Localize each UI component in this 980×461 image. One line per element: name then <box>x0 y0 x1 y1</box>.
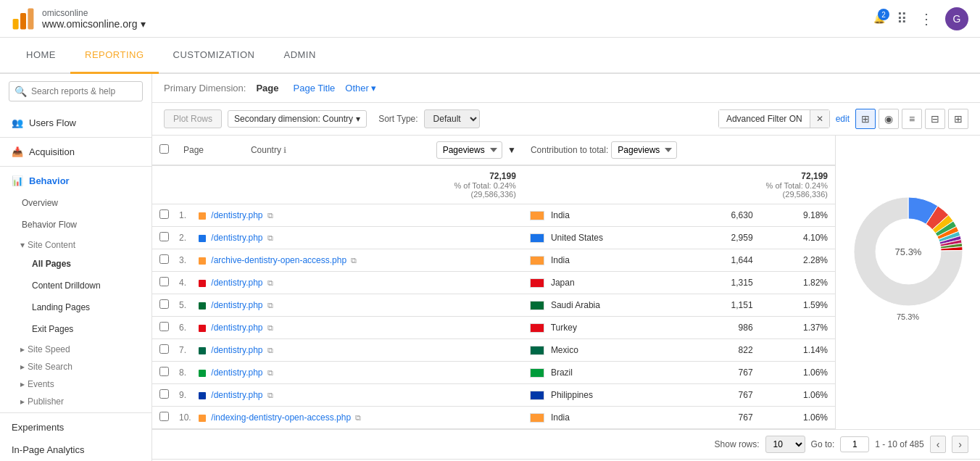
sidebar-item-users-flow[interactable]: 👥 Users Flow <box>0 112 151 134</box>
sidebar-item-behavior[interactable]: 📊 Behavior <box>0 170 151 192</box>
sidebar-item-exit-pages[interactable]: Exit Pages <box>0 318 151 340</box>
sidebar-item-content-drilldown[interactable]: Content Drilldown <box>0 275 151 296</box>
row-pageviews-cell: 767 <box>691 384 760 407</box>
view-icon-bar[interactable]: ≡ <box>902 109 922 129</box>
edit-link[interactable]: edit <box>836 114 850 124</box>
copy-icon[interactable]: ⧉ <box>267 301 273 310</box>
page-link[interactable]: /dentistry.php <box>211 367 262 378</box>
page-link[interactable]: /dentistry.php <box>211 323 262 333</box>
row-checkbox[interactable] <box>159 254 169 264</box>
copy-icon[interactable]: ⧉ <box>267 211 273 220</box>
row-checkbox[interactable] <box>159 299 169 309</box>
row-page-cell: /indexing-dentistry-open-access.php ⧉ <box>194 407 523 429</box>
row-checkbox[interactable] <box>159 277 169 286</box>
data-table-wrap: Page Country ℹ Pageviews <box>152 136 835 429</box>
sidebar-publisher-group[interactable]: Publisher <box>0 392 151 410</box>
row-checkbox[interactable] <box>159 209 169 219</box>
row-country-cell: Mexico <box>523 339 691 362</box>
row-country-cell: India <box>523 204 691 227</box>
show-rows-select[interactable]: 10 25 50 100 500 <box>765 436 805 453</box>
sidebar-events-group[interactable]: Events <box>0 375 151 392</box>
svg-rect-0 <box>13 19 19 29</box>
row-checkbox[interactable] <box>159 344 169 354</box>
col-header-pageviews[interactable]: Pageviews ▼ <box>341 136 523 165</box>
page-link[interactable]: /dentistry.php <box>211 278 262 288</box>
copy-icon[interactable]: ⧉ <box>267 278 273 287</box>
table-row: 1. /dentistry.php ⧉ India 6,630 9.18% <box>152 204 835 227</box>
sidebar-item-acquisition[interactable]: 📥 Acquisition <box>0 141 151 163</box>
row-checkbox[interactable] <box>159 389 169 399</box>
page-link[interactable]: /dentistry.php <box>211 390 262 400</box>
main-content: Primary Dimension: Page Page Title Other… <box>152 74 980 461</box>
next-page-button[interactable]: › <box>952 436 968 453</box>
ga-logo-icon <box>12 7 35 30</box>
copy-icon[interactable]: ⧉ <box>267 391 273 399</box>
dim-page-option[interactable]: Page <box>252 81 283 95</box>
copy-icon[interactable]: ⧉ <box>351 256 357 265</box>
sidebar-item-overview[interactable]: Overview <box>0 192 151 214</box>
dim-page-title-option[interactable]: Page Title <box>289 81 340 95</box>
copy-icon[interactable]: ⧉ <box>267 233 273 242</box>
prev-page-button[interactable]: ‹ <box>930 436 947 453</box>
row-country-cell: United States <box>523 227 691 249</box>
avatar[interactable]: G <box>945 7 968 30</box>
page-link[interactable]: /indexing-dentistry-open-access.php <box>211 412 351 423</box>
apps-grid-icon[interactable]: ⠿ <box>897 10 908 28</box>
page-link[interactable]: /archive-dentistry-open-access.php <box>211 255 346 265</box>
secondary-dim-select[interactable]: Secondary dimension: Country ▾ <box>228 110 367 128</box>
row-checkbox[interactable] <box>159 412 169 421</box>
plot-rows-button[interactable]: Plot Rows <box>164 109 222 128</box>
sidebar-item-behavior-flow[interactable]: Behavior Flow <box>0 214 151 236</box>
copy-icon[interactable]: ⧉ <box>355 413 361 422</box>
row-pageviews-cell: 822 <box>691 339 760 362</box>
row-checkbox[interactable] <box>159 322 169 331</box>
advanced-filter-close[interactable]: ✕ <box>810 110 829 128</box>
view-icon-table[interactable]: ⊞ <box>855 109 876 129</box>
sidebar-item-landing-pages[interactable]: Landing Pages <box>0 296 151 318</box>
view-icon-pivot[interactable]: ⊞ <box>948 109 968 129</box>
sort-type-select[interactable]: Default <box>424 109 480 128</box>
copy-icon[interactable]: ⧉ <box>267 368 273 377</box>
sidebar-item-experiments[interactable]: Experiments <box>0 416 151 439</box>
sidebar-site-search-group[interactable]: Site Search <box>0 357 151 375</box>
top-bar: omicsonline www.omicsonline.org ▾ 🔔 2 ⠿ … <box>0 0 980 38</box>
search-input[interactable] <box>9 81 143 101</box>
dim-other-option[interactable]: Other ▾ <box>345 83 376 94</box>
view-icon-pie[interactable]: ◉ <box>879 109 899 129</box>
goto-input[interactable] <box>840 436 869 452</box>
row-checkbox[interactable] <box>159 232 169 241</box>
nav-reporting[interactable]: REPORTING <box>70 38 159 74</box>
sidebar-item-in-page[interactable]: In-Page Analytics <box>0 439 151 461</box>
row-num-cell: 5. <box>176 294 194 317</box>
nav-home[interactable]: HOME <box>12 38 70 74</box>
sidebar-site-speed-group[interactable]: Site Speed <box>0 340 151 357</box>
total-row: 72,199 % of Total: 0.24% (29,586,336) 72… <box>152 165 835 204</box>
pageviews-column-select[interactable]: Pageviews <box>436 141 502 159</box>
table-row: 3. /archive-dentistry-open-access.php ⧉ … <box>152 249 835 272</box>
page-link[interactable]: /dentistry.php <box>211 210 262 220</box>
nav-customization[interactable]: CUSTOMIZATION <box>159 38 270 74</box>
notification-icon[interactable]: 🔔 2 <box>873 13 885 24</box>
sidebar-site-content-group[interactable]: Site Content <box>0 236 151 253</box>
table-row: 10. /indexing-dentistry-open-access.php … <box>152 407 835 429</box>
page-link[interactable]: /dentistry.php <box>211 345 262 355</box>
row-checkbox-cell <box>152 272 176 294</box>
page-link[interactable]: /dentistry.php <box>211 300 262 310</box>
row-checkbox-cell <box>152 227 176 249</box>
country-name: Saudi Arabia <box>551 300 600 310</box>
row-checkbox[interactable] <box>159 367 169 376</box>
contribution-select[interactable]: Pageviews <box>611 141 677 159</box>
page-link[interactable]: /dentistry.php <box>211 233 262 243</box>
app-url[interactable]: www.omicsonline.org ▾ <box>42 18 146 30</box>
country-name: India <box>551 255 570 265</box>
copy-icon[interactable]: ⧉ <box>267 346 273 354</box>
select-all-checkbox[interactable] <box>159 144 169 154</box>
nav-admin[interactable]: ADMIN <box>269 38 330 74</box>
row-num-cell: 1. <box>176 204 194 227</box>
more-icon[interactable]: ⋮ <box>919 10 934 28</box>
row-num-cell: 10. <box>176 407 194 429</box>
site-speed-label: Site Speed <box>28 344 70 354</box>
copy-icon[interactable]: ⧉ <box>267 323 273 332</box>
sidebar-item-all-pages[interactable]: All Pages <box>0 253 151 275</box>
view-icon-compare[interactable]: ⊟ <box>925 109 945 129</box>
